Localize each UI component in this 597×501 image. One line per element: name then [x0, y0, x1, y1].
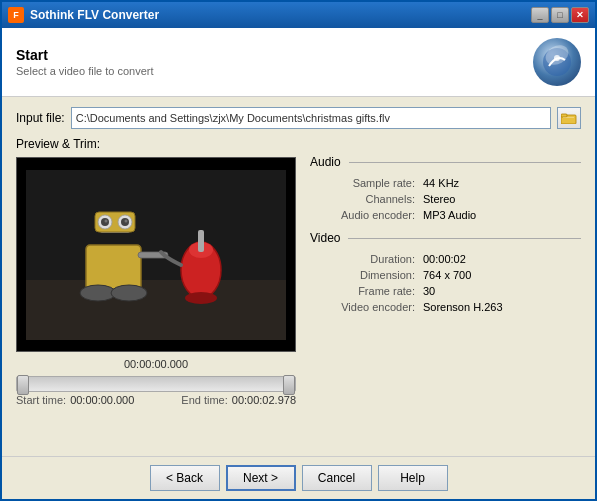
slider-handle-right[interactable]	[283, 375, 295, 395]
title-bar: F Sothink FLV Converter _ □ ✕	[2, 2, 595, 28]
svg-rect-3	[561, 114, 567, 117]
bottom-bar: < Back Next > Cancel Help	[2, 456, 595, 499]
svg-rect-6	[26, 280, 286, 340]
video-preview	[16, 157, 296, 352]
logo-icon	[541, 46, 573, 78]
folder-icon	[561, 112, 577, 124]
svg-point-0	[543, 48, 571, 76]
minimize-button[interactable]: _	[531, 7, 549, 23]
start-time-label: Start time:	[16, 394, 66, 406]
audio-section-header: Audio	[310, 155, 581, 169]
slider-track[interactable]	[16, 376, 296, 392]
end-time-label: End time:	[181, 394, 227, 406]
end-time-group: End time: 00:00:02.978	[181, 394, 296, 406]
video-section-title: Video	[310, 231, 340, 245]
content-area: Input file: Preview & Trim:	[2, 97, 595, 456]
duration-row: Duration: 00:00:02	[310, 253, 581, 265]
svg-point-17	[125, 219, 128, 222]
title-buttons: _ □ ✕	[531, 7, 589, 23]
back-button[interactable]: < Back	[150, 465, 220, 491]
step-subtitle: Select a video file to convert	[16, 65, 154, 77]
framerate-label: Frame rate:	[320, 285, 415, 297]
right-panel: Audio Sample rate: 44 KHz Channels: Ster…	[310, 137, 581, 446]
audio-encoder-row: Audio encoder: MP3 Audio	[310, 209, 581, 221]
video-section: Video Duration: 00:00:02 Dimension: 764 …	[310, 231, 581, 313]
sample-rate-row: Sample rate: 44 KHz	[310, 177, 581, 189]
framerate-value: 30	[423, 285, 435, 297]
timecode: 00:00:00.000	[16, 358, 296, 370]
audio-encoder-label: Audio encoder:	[320, 209, 415, 221]
header-area: Start Select a video file to convert	[2, 28, 595, 97]
window-title: Sothink FLV Converter	[30, 8, 159, 22]
sample-rate-label: Sample rate:	[320, 177, 415, 189]
start-time-value: 00:00:00.000	[70, 394, 134, 406]
sample-rate-value: 44 KHz	[423, 177, 459, 189]
duration-label: Duration:	[320, 253, 415, 265]
channels-value: Stereo	[423, 193, 455, 205]
video-encoder-value: Sorenson H.263	[423, 301, 503, 313]
dimension-value: 764 x 700	[423, 269, 471, 281]
start-time-group: Start time: 00:00:00.000	[16, 394, 134, 406]
svg-point-9	[111, 285, 147, 301]
svg-point-22	[185, 292, 217, 304]
app-icon: F	[8, 7, 24, 23]
dimension-row: Dimension: 764 x 700	[310, 269, 581, 281]
help-button[interactable]: Help	[378, 465, 448, 491]
time-labels: Start time: 00:00:00.000 End time: 00:00…	[16, 394, 296, 406]
input-file-row: Input file:	[16, 107, 581, 129]
main-window: F Sothink FLV Converter _ □ ✕ Start Sele…	[0, 0, 597, 501]
input-file-label: Input file:	[16, 111, 65, 125]
next-button[interactable]: Next >	[226, 465, 296, 491]
duration-value: 00:00:02	[423, 253, 466, 265]
slider-handle-left[interactable]	[17, 375, 29, 395]
svg-point-16	[105, 219, 108, 222]
svg-rect-7	[86, 245, 141, 290]
video-thumbnail	[26, 170, 286, 340]
cancel-button[interactable]: Cancel	[302, 465, 372, 491]
browse-button[interactable]	[557, 107, 581, 129]
svg-rect-4	[563, 117, 574, 118]
header-text: Start Select a video file to convert	[16, 47, 154, 77]
video-section-header: Video	[310, 231, 581, 245]
preview-label: Preview & Trim:	[16, 137, 296, 151]
audio-encoder-value: MP3 Audio	[423, 209, 476, 221]
main-area: Preview & Trim:	[16, 137, 581, 446]
audio-section-title: Audio	[310, 155, 341, 169]
end-time-value: 00:00:02.978	[232, 394, 296, 406]
audio-divider	[349, 162, 581, 163]
step-title: Start	[16, 47, 154, 63]
input-file-field[interactable]	[71, 107, 551, 129]
channels-label: Channels:	[320, 193, 415, 205]
svg-rect-21	[198, 230, 204, 252]
svg-point-1	[554, 55, 560, 61]
channels-row: Channels: Stereo	[310, 193, 581, 205]
dimension-label: Dimension:	[320, 269, 415, 281]
framerate-row: Frame rate: 30	[310, 285, 581, 297]
title-bar-left: F Sothink FLV Converter	[8, 7, 159, 23]
slider-area: Start time: 00:00:00.000 End time: 00:00…	[16, 376, 296, 406]
video-encoder-label: Video encoder:	[320, 301, 415, 313]
left-panel: Preview & Trim:	[16, 137, 296, 446]
restore-button[interactable]: □	[551, 7, 569, 23]
close-button[interactable]: ✕	[571, 7, 589, 23]
audio-section: Audio Sample rate: 44 KHz Channels: Ster…	[310, 155, 581, 221]
app-logo	[533, 38, 581, 86]
video-encoder-row: Video encoder: Sorenson H.263	[310, 301, 581, 313]
video-divider	[348, 238, 581, 239]
